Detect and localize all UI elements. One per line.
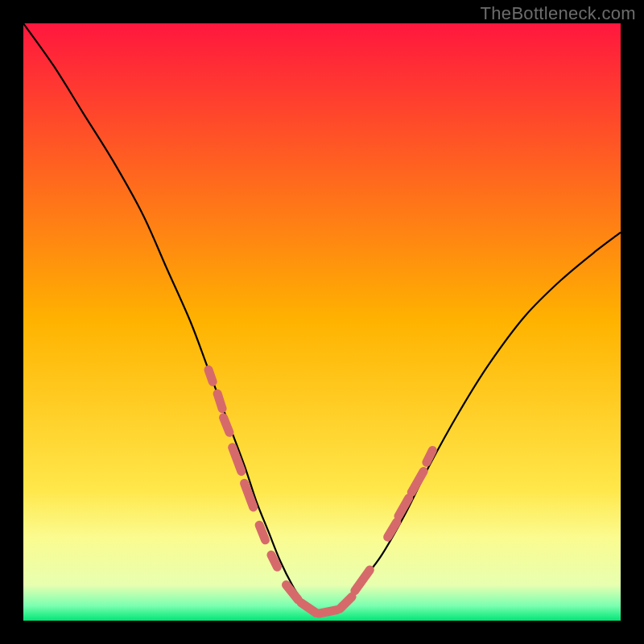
bottleneck-chart <box>23 23 621 621</box>
gradient-background <box>23 23 621 621</box>
watermark-text: TheBottleneck.com <box>481 3 636 24</box>
highlight-segment <box>319 610 336 613</box>
highlight-segment <box>208 369 213 382</box>
highlight-segment <box>217 394 222 409</box>
chart-frame: TheBottleneck.com <box>0 0 644 644</box>
highlight-segment <box>427 451 432 463</box>
highlight-segment <box>271 555 277 567</box>
highlight-segment <box>224 418 229 433</box>
plot-area <box>23 23 621 621</box>
highlight-segment <box>259 525 265 540</box>
